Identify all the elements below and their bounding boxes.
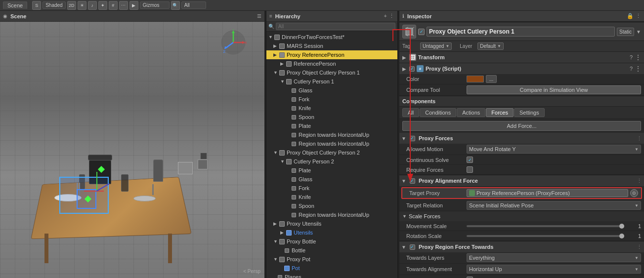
proxy-region-options-icon[interactable]: ⋮ xyxy=(637,244,642,250)
hier-item-dinner[interactable]: ▼ DinnerForTwoForcesTest* xyxy=(266,33,397,41)
audio-btn[interactable]: ♪ xyxy=(88,1,97,10)
proxy-forces-enable-checkbox[interactable] xyxy=(410,136,415,141)
color-swatch[interactable] xyxy=(467,76,484,82)
target-relation-dropdown[interactable]: Scene Initial Relative Pose ▼ xyxy=(467,201,641,210)
hier-item-mars[interactable]: ▶ MARS Session xyxy=(266,41,397,50)
add-force-btn[interactable]: Add Force... xyxy=(402,121,641,131)
transform-options-icon[interactable]: ⋮ xyxy=(635,53,641,61)
transform-help-icon[interactable]: ? xyxy=(630,54,633,60)
hier-item-knife-2[interactable]: Knife xyxy=(266,193,397,201)
layer-dropdown[interactable]: Default ▼ xyxy=(477,42,504,50)
tab-all[interactable]: All xyxy=(402,108,419,117)
search-icon-btn[interactable]: 🔍 xyxy=(171,1,180,10)
play-btn[interactable]: ▶ xyxy=(129,1,138,10)
inspector-opts-btn[interactable]: ⋮ xyxy=(636,13,641,19)
movement-scale-slider[interactable] xyxy=(467,225,624,227)
gizmos-dropdown[interactable]: Gizmos xyxy=(140,1,170,9)
hier-item-cutlery-2-sub[interactable]: ▼ Cutlery Person 2 xyxy=(266,157,397,166)
hierarchy-opts-btn[interactable]: ⋮ xyxy=(389,13,394,19)
proxy-alignment-header[interactable]: ▼ Proxy Alignment Force ⋮ xyxy=(399,175,644,186)
rotation-scale-thumb[interactable] xyxy=(619,234,624,238)
proxy-forces-header[interactable]: ▼ Proxy Forces ⋮ xyxy=(399,133,644,144)
hier-item-region-1[interactable]: Region towards HorizontalUp xyxy=(266,130,397,139)
scene-panel-options[interactable]: ☰ xyxy=(257,13,261,19)
continuous-solve-checkbox[interactable] xyxy=(467,157,473,163)
tab-conditions[interactable]: Conditions xyxy=(420,108,456,117)
hier-item-cutlery-2[interactable]: ▼ Proxy Object Cutlery Person 2 xyxy=(266,148,397,157)
hier-item-region-3[interactable]: Region towards HorizontalUp xyxy=(266,210,397,219)
transform-header[interactable]: ▶ Transform ? ⋮ xyxy=(399,52,644,63)
hier-item-cutlery-1[interactable]: ▼ Proxy Object Cutlery Person 1 xyxy=(266,68,397,77)
hier-item-planes[interactable]: Planes xyxy=(266,273,397,278)
obj-name-field[interactable]: Proxy Object Cutlery Person 1 xyxy=(427,27,615,37)
target-proxy-field[interactable]: Proxy ReferencePerson (ProxyForces) xyxy=(467,189,628,197)
hier-item-bottle[interactable]: ▼ Proxy Bottle xyxy=(266,237,397,246)
hier-item-spoon-2[interactable]: Spoon xyxy=(266,201,397,210)
movement-scale-label: Movement Scale xyxy=(402,223,467,229)
hierarchy-add-btn[interactable]: + xyxy=(384,13,387,19)
transform-icon xyxy=(409,54,416,61)
dots-btn[interactable]: ⋯ xyxy=(119,1,128,10)
proxy-region-enable-checkbox[interactable] xyxy=(410,244,415,250)
hier-item-utensils-sub[interactable]: ▶ Utensils xyxy=(266,228,397,237)
hier-item-fork-2[interactable]: Fork xyxy=(266,184,397,193)
hier-item-fork-1[interactable]: Fork xyxy=(266,95,397,104)
scene-viewport[interactable]: Y X Z < Persp xyxy=(0,22,264,278)
hier-item-plate-1[interactable]: Plate xyxy=(266,121,397,130)
grid-btn[interactable]: # xyxy=(109,1,118,10)
hier-item-glass-1[interactable]: Glass xyxy=(266,86,397,95)
tag-arrow: ▼ xyxy=(445,44,449,48)
proxy-alignment-options-icon[interactable]: ⋮ xyxy=(637,178,642,184)
hier-item-ref-person[interactable]: ▶ ReferencePerson xyxy=(266,59,397,68)
hier-item-region-2[interactable]: Region towards HorizontalUp xyxy=(266,139,397,148)
hier-item-cutlery-1-sub[interactable]: ▼ Cutlery Person 1 xyxy=(266,77,397,86)
scene-tab[interactable]: Scene xyxy=(3,1,27,9)
require-forces-checkbox[interactable] xyxy=(467,166,473,173)
hier-item-proxy-ref[interactable]: ▶ Proxy ReferencePerson xyxy=(266,50,397,59)
proxy-alignment-enable-checkbox[interactable] xyxy=(410,178,415,184)
tab-actions[interactable]: Actions xyxy=(457,108,485,117)
hier-item-glass-2[interactable]: Glass xyxy=(266,175,397,184)
shaded-dropdown[interactable]: Shaded xyxy=(43,1,65,9)
towards-layers-dropdown[interactable]: Everything ▼ xyxy=(467,253,641,262)
hierarchy-search-input[interactable] xyxy=(276,23,395,30)
hierarchy-search-bar: 🔍 xyxy=(266,22,397,32)
rotation-scale-slider[interactable] xyxy=(467,235,624,237)
color-edit-btn[interactable]: ... xyxy=(486,75,497,83)
obj-enable-checkbox[interactable] xyxy=(418,29,425,35)
toolbar-btn-1[interactable]: S xyxy=(32,1,41,10)
scene-gizmo[interactable]: Y X Z xyxy=(220,29,247,56)
vfx-btn[interactable]: ✦ xyxy=(98,1,107,10)
tab-settings[interactable]: Settings xyxy=(514,108,545,117)
proxy-script-header[interactable]: ▶ # Proxy (Script) ? ⋮ xyxy=(399,63,644,74)
scene-panel: ◉ Scene ☰ xyxy=(0,11,264,278)
hier-item-plate-2[interactable]: Plate xyxy=(266,166,397,175)
light-btn[interactable]: ☀ xyxy=(78,1,86,10)
proxy-enable-checkbox[interactable] xyxy=(409,66,415,72)
towards-alignment-dropdown[interactable]: Horizontal Up ▼ xyxy=(467,265,641,274)
proxy-script-options-icon[interactable]: ⋮ xyxy=(635,65,641,73)
compare-simulation-btn[interactable]: Compare in Simulation View xyxy=(467,85,641,94)
proxy-region-header[interactable]: ▼ Proxy Region Force Towards ⋮ xyxy=(399,241,644,252)
hier-item-pot-sub[interactable]: Pot xyxy=(266,264,397,273)
hier-item-pot[interactable]: ▼ Proxy Pot xyxy=(266,255,397,264)
tab-forces[interactable]: Forces xyxy=(486,108,514,117)
allowed-motion-dropdown[interactable]: Move And Rotate Y ▼ xyxy=(467,145,641,154)
scale-forces-header[interactable]: ▼ Scale Forces xyxy=(399,211,644,221)
static-dropdown-arrow[interactable]: ▼ xyxy=(636,29,641,35)
movement-scale-thumb[interactable] xyxy=(619,224,624,229)
static-badge[interactable]: Static xyxy=(617,28,634,36)
hier-item-bottle-sub[interactable]: Bottle xyxy=(266,246,397,255)
hier-item-utensils[interactable]: ▶ Proxy Utensils xyxy=(266,219,397,228)
tag-dropdown[interactable]: Untagged ▼ xyxy=(420,42,452,50)
inspector-obj-header: Proxy Object Cutlery Person 1 Static ▼ xyxy=(399,23,644,41)
hier-item-spoon-1[interactable]: Spoon xyxy=(266,113,397,121)
hier-item-knife-1[interactable]: Knife xyxy=(266,104,397,113)
target-proxy-select-btn[interactable]: ⊙ xyxy=(630,189,638,197)
proxy-forces-options-icon[interactable]: ⋮ xyxy=(637,135,642,142)
svg-text:X: X xyxy=(244,40,247,45)
proxy-script-help-icon[interactable]: ? xyxy=(630,66,633,72)
search-input-btn[interactable]: All xyxy=(181,1,206,9)
inspector-lock-icon[interactable]: 🔒 xyxy=(627,13,634,19)
2d-btn[interactable]: 2D xyxy=(67,1,76,10)
